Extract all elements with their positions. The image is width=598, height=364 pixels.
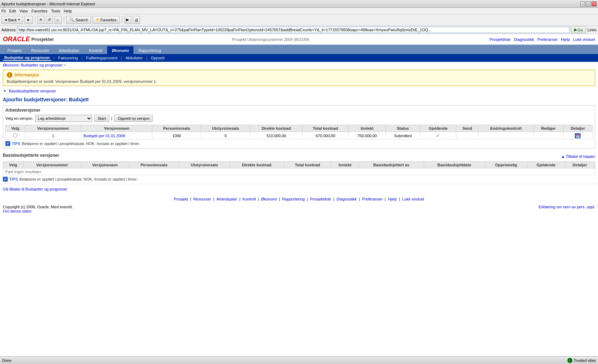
address-bar: Address ▶ Go Links: [0, 26, 598, 34]
col-personinnsats: Personinnsats: [152, 125, 201, 132]
subnav-budsjetter[interactable]: Budsjetter og prognoser: [3, 55, 51, 61]
menu-edit[interactable]: Edit: [9, 9, 16, 13]
no-results-row: Fant ingen resultater.: [3, 168, 595, 175]
search-label: Search: [75, 18, 88, 22]
back-to-top-label: Tilbake til toppen: [566, 154, 595, 159]
create-version-button[interactable]: Opprett ny versjon: [114, 115, 153, 122]
browser-toolbar: ◄ Back ▼ ► ✕ ↺ ⌂ 🔍 Search ★ Favorites ▶ …: [0, 14, 598, 26]
up-arrow-icon: ▲: [561, 154, 565, 159]
back-to-budget-link[interactable]: Gå tilbake til Budsjetter og prognoser: [3, 187, 67, 191]
bottom-link-row: Gå tilbake til Budsjetter og prognoser: [3, 187, 595, 191]
back-to-top-link[interactable]: ▲ Tilbake til toppen: [561, 154, 595, 159]
col-send: Send: [456, 125, 478, 132]
menu-tools[interactable]: Tools: [51, 9, 60, 13]
header-link-preferanser[interactable]: Preferanser: [537, 37, 558, 42]
go-button[interactable]: ▶ Go: [571, 26, 586, 33]
close-button[interactable]: ×: [592, 1, 597, 6]
working-versions-title: Arbeidsversjoner: [5, 108, 593, 113]
header-link-diagnostikk[interactable]: Diagnostikk: [514, 37, 534, 42]
favorites-label: Favorites: [100, 18, 116, 22]
row-detaljer: 📅: [563, 132, 592, 140]
base-col-versjonsnummer: Versjonsnummer: [23, 162, 81, 168]
version-name-link[interactable]: Budsjett per 01.01.2009: [83, 134, 125, 138]
project-info: Prosjekt Utdanningssystemet 2009 (802189…: [232, 37, 309, 42]
start-button[interactable]: Start: [94, 115, 109, 122]
print-button[interactable]: 🖨: [133, 16, 140, 24]
footer-okonomi[interactable]: Økonomi: [261, 197, 277, 201]
tab-rapportering[interactable]: Rapportering: [134, 46, 166, 54]
subnav-fakturering[interactable]: Fakturering: [57, 55, 79, 60]
menu-file[interactable]: Fil: [1, 9, 6, 13]
info-text: Budsjettversjonen er sendt: Versjonsnavn…: [7, 79, 591, 84]
controls-row: Velg en versjon: Lag arbeidskopi Annen v…: [5, 115, 593, 122]
col-versjonsnummer: Versjonsnummer: [25, 125, 81, 132]
refresh-button[interactable]: ↺: [46, 16, 53, 24]
footer-rapportering[interactable]: Rapportering: [282, 197, 305, 201]
search-button[interactable]: 🔍 Search: [66, 16, 91, 24]
working-versions-section: Arbeidsversjoner Velg en versjon: Lag ar…: [3, 105, 595, 149]
subnav-aktiviteter[interactable]: Aktiviteter: [124, 55, 144, 60]
table-row: 1 Budsjett per 01.01.2009 1000 0 510.000…: [6, 132, 593, 140]
forward-button[interactable]: ►: [24, 16, 33, 24]
row-status: Submitted: [386, 132, 420, 140]
toolbar-sep-3: [122, 16, 122, 23]
menu-help[interactable]: Help: [64, 9, 72, 13]
menu-view[interactable]: View: [20, 9, 28, 13]
stop-button[interactable]: ✕: [37, 16, 44, 24]
go-label: Go: [578, 28, 583, 32]
tab-kontroll[interactable]: Kontroll: [84, 46, 107, 54]
base-col-inntekt: Inntekt: [331, 162, 359, 168]
footer-hjelp[interactable]: Hjelp: [388, 197, 397, 201]
subnav-oppsett[interactable]: Oppsett: [150, 55, 166, 60]
footer-lukk[interactable]: Lukk vinduet: [402, 197, 424, 201]
base-col-personinnsats: Personinnsats: [129, 162, 179, 168]
tab-ressurser[interactable]: Ressurser: [27, 46, 54, 54]
footer-bottom: Copyright (c) 2006, Oracle. Med enerett.…: [0, 204, 598, 214]
menu-favorites[interactable]: Favorites: [31, 9, 47, 13]
col-rediger: Rediger: [534, 125, 563, 132]
row-version-number: 1: [25, 132, 81, 140]
col-inntekt: Inntekt: [348, 125, 386, 132]
breadcrumb-link[interactable]: Økonomi: Budsjetter og prognoser: [3, 63, 63, 67]
back-button[interactable]: ◄ Back ▼: [1, 16, 23, 24]
links-button[interactable]: Links: [587, 28, 597, 32]
header-link-prosjektliste[interactable]: Prosjektliste: [489, 37, 510, 42]
home-button[interactable]: ⌂: [54, 16, 62, 24]
footer-prosjektliste[interactable]: Prosjektliste: [310, 197, 331, 201]
version-select[interactable]: Lag arbeidskopi Annen versjon: [35, 115, 92, 122]
address-input[interactable]: [17, 27, 569, 33]
about-link[interactable]: Om denne siden: [3, 209, 32, 213]
tab-okonomi[interactable]: Økonomi: [107, 46, 133, 54]
maximize-button[interactable]: □: [586, 1, 591, 6]
header-link-lukk[interactable]: Lukk vinduet: [573, 37, 595, 42]
media-button[interactable]: ▶: [124, 16, 131, 24]
baseline-tips-label: TIPS: [9, 177, 18, 181]
footer-ressurser[interactable]: Ressurser: [193, 197, 211, 201]
footer-diagnostikk[interactable]: Diagnostikk: [336, 197, 357, 201]
footer-kontroll[interactable]: Kontroll: [242, 197, 256, 201]
tab-prosjekt[interactable]: Prosjekt: [3, 46, 26, 54]
row-utstyrsinnsats: 0: [201, 132, 250, 140]
calendar-icon[interactable]: 📅: [575, 133, 581, 138]
header-link-hjelp[interactable]: Hjelp: [561, 37, 570, 42]
baseline-table: Velg Versjonsnummer Versjonsnavn Personi…: [3, 161, 595, 175]
page-title: Ajourfor budsjettversjoner: Budsjett: [0, 95, 598, 104]
tips-label: TIPS: [12, 141, 20, 146]
footer-prosjekt[interactable]: Prosjekt: [174, 197, 188, 201]
minimize-button[interactable]: −: [580, 1, 585, 6]
tab-arbeidsplan[interactable]: Arbeidsplan: [54, 46, 84, 54]
col-direkte-kostnad: Direkte kostnad: [250, 125, 303, 132]
oracle-logo-text: ORACLE: [3, 36, 30, 43]
version-number-link[interactable]: 1: [52, 134, 54, 138]
privacy-link[interactable]: Erklæring om vern av pers. oppl.: [539, 205, 595, 213]
base-col-direkte-kostnad: Direkte kostnad: [230, 162, 284, 168]
base-col-basisbudsjettdato: Basisbudsjettdato: [424, 162, 485, 168]
baseline-link[interactable]: Basisbudsjetterte versjoner: [9, 89, 56, 93]
baseline-link-row: ▼ Basisbudsjetterte versjoner: [0, 87, 598, 95]
row-select-radio[interactable]: [13, 133, 17, 138]
footer-preferanser[interactable]: Preferanser: [362, 197, 382, 201]
favorites-button[interactable]: ★ Favorites: [93, 16, 120, 24]
footer-arbeidsplan[interactable]: Arbeidsplan: [216, 197, 237, 201]
subnav-fullforingsprosent[interactable]: Fullføringsprosent: [85, 55, 119, 60]
baseline-tips-text: Beløpene er oppført i prosjektvaluta: NO…: [19, 177, 137, 181]
